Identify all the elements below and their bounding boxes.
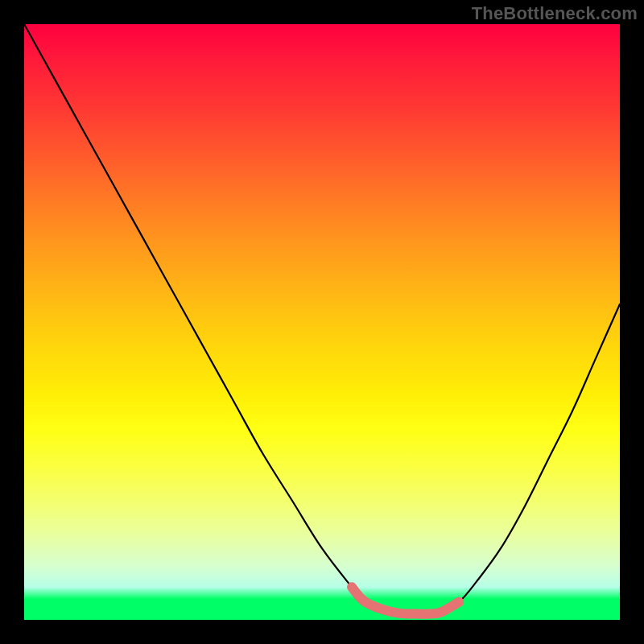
watermark-text: TheBottleneck.com: [472, 3, 638, 24]
plot-area: [24, 24, 620, 620]
chart-frame: TheBottleneck.com: [0, 0, 644, 644]
bottleneck-curve: [24, 24, 620, 620]
